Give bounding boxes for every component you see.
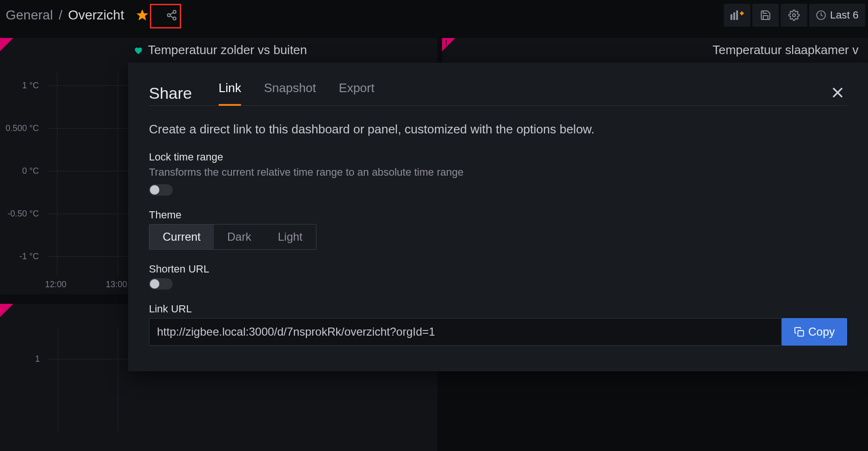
svg-line-5 [170,16,173,18]
theme-dark-button[interactable]: Dark [214,225,265,249]
svg-marker-0 [137,10,148,20]
share-icon[interactable] [162,6,181,25]
time-range-button[interactable]: Last 6 [809,4,865,27]
time-range-label: Last 6 [830,9,859,21]
favorite-star-icon[interactable] [133,6,152,25]
svg-rect-8 [736,10,738,20]
svg-rect-6 [730,14,732,20]
svg-rect-13 [798,330,803,336]
settings-gear-icon[interactable] [781,4,807,27]
svg-point-2 [167,14,170,17]
theme-label: Theme [149,209,847,221]
panel-title: Temperatuur zolder vs buiten [148,43,307,57]
breadcrumb-separator: / [59,8,63,23]
panel-title: Temperatuur slaapkamer v [712,43,859,57]
breadcrumb-current[interactable]: Overzicht [68,8,124,23]
y-tick: 1 [35,354,40,364]
save-dashboard-button[interactable] [752,4,779,27]
heart-icon [133,46,143,55]
x-tick: 12:00 [45,280,66,290]
y-tick: 0 °C [22,166,39,176]
lock-time-label: Lock time range [149,151,847,163]
tab-export[interactable]: Export [339,81,374,106]
link-url-label: Link URL [149,303,847,315]
svg-rect-7 [733,12,735,20]
add-panel-button[interactable] [724,4,750,27]
x-tick: 13:00 [106,280,127,290]
link-url-input[interactable] [149,318,782,346]
theme-current-button[interactable]: Current [149,225,214,249]
share-modal-title: Share [149,84,192,103]
y-tick: -1 °C [19,252,39,262]
svg-point-9 [793,14,795,17]
shorten-url-label: Shorten URL [149,263,847,275]
y-tick: -0.50 °C [8,209,39,219]
share-description: Create a direct link to this dashboard o… [149,122,847,137]
breadcrumb-root[interactable]: General [6,8,53,23]
shorten-url-toggle[interactable] [149,278,173,290]
share-modal: Share Link Snapshot Export Create a dire… [128,63,868,371]
lock-time-sub: Transforms the current relative time ran… [149,166,847,179]
tab-link[interactable]: Link [219,81,241,106]
copy-button-label: Copy [808,325,835,338]
y-tick: 0.500 °C [6,123,39,133]
lock-time-toggle[interactable] [149,184,173,196]
tab-snapshot[interactable]: Snapshot [264,81,316,106]
svg-point-3 [173,17,176,20]
y-tick: 1 °C [22,81,39,91]
copy-button[interactable]: Copy [782,318,847,346]
svg-line-4 [170,12,173,14]
close-icon[interactable] [830,85,847,102]
svg-point-1 [173,10,176,13]
toolbar-right: Last 6 [724,4,865,27]
theme-button-group: Current Dark Light [149,224,316,250]
theme-light-button[interactable]: Light [265,225,316,249]
top-toolbar: General / Overzicht [0,0,868,30]
